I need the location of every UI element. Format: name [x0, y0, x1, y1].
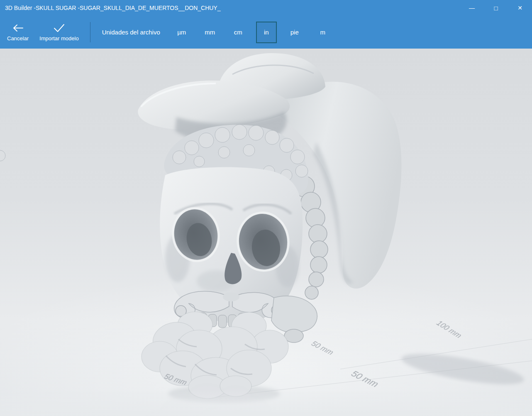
minimize-icon: —	[469, 5, 475, 11]
unit-option-in[interactable]: in	[256, 22, 277, 43]
cancel-label: Cancelar	[7, 35, 29, 42]
import-model-label: Importar modelo	[39, 35, 79, 42]
toolbar-divider	[90, 22, 90, 42]
unit-option-cm[interactable]: cm	[228, 22, 249, 43]
3d-builder-window: 3D Builder -SKULL SUGAR -SUGAR_SKULL_DIA…	[0, 0, 532, 416]
unit-options: µm mm cm in pie m	[168, 16, 337, 49]
cancel-button[interactable]: Cancelar	[2, 16, 34, 49]
maximize-icon: □	[494, 5, 498, 12]
minimize-button[interactable]: —	[460, 0, 484, 16]
window-controls: — □ ✕	[460, 0, 532, 16]
unit-option-pie[interactable]: pie	[284, 22, 305, 43]
title-bar: 3D Builder -SKULL SUGAR -SUGAR_SKULL_DIA…	[0, 0, 532, 16]
3d-viewport[interactable]: 100 mm 50 mm 50 mm 50 mm	[0, 49, 532, 416]
import-toolbar: Cancelar Importar modelo Unidades del ar…	[0, 16, 532, 49]
checkmark-icon	[53, 23, 65, 32]
maximize-button[interactable]: □	[484, 0, 508, 16]
window-title: 3D Builder -SKULL SUGAR -SUGAR_SKULL_DIA…	[0, 5, 460, 11]
unit-option-mm[interactable]: mm	[200, 22, 220, 43]
close-button[interactable]: ✕	[508, 0, 532, 16]
reflection-fade	[0, 392, 532, 416]
skull-model-render: 100 mm 50 mm 50 mm 50 mm	[0, 49, 532, 416]
file-units-label: Unidades del archivo	[102, 16, 160, 49]
import-model-button[interactable]: Importar modelo	[34, 16, 84, 49]
unit-option-m[interactable]: m	[312, 22, 333, 43]
back-arrow-icon	[12, 23, 24, 32]
close-icon: ✕	[517, 5, 522, 11]
unit-option-um[interactable]: µm	[171, 22, 192, 43]
